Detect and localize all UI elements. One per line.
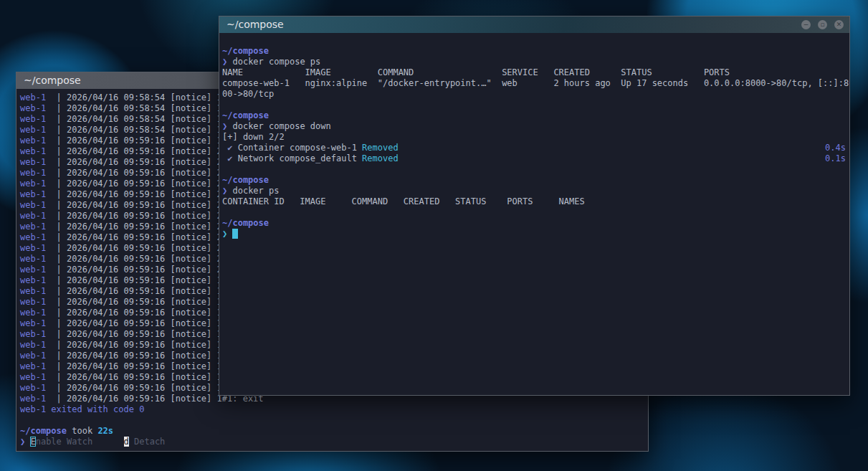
terminal-line: ❯ — [222, 229, 849, 239]
minimize-icon[interactable]: − — [801, 20, 811, 29]
terminal-line: CONTAINER ID IMAGE COMMAND CREATED STATU… — [222, 196, 849, 207]
close-icon[interactable]: ✕ — [834, 20, 844, 29]
terminal-line: compose-web-1 nginx:alpine "/docker-entr… — [222, 78, 849, 89]
front-terminal-content[interactable]: ~/compose❯ docker compose psNAME IMAGE C… — [219, 33, 849, 395]
terminal-line: ✔ Container compose-web-1 Removed0.4s — [222, 143, 849, 153]
terminal-line: ❯ Enable Watch d Detach — [20, 437, 648, 447]
terminal-line: [+] down 2/2 — [222, 132, 849, 143]
terminal-line: web-1 exited with code 0 — [20, 404, 648, 415]
terminal-line: ❯ docker ps — [222, 186, 849, 196]
maximize-icon[interactable]: ▫ — [818, 20, 827, 29]
terminal-line: ❯ docker compose down — [222, 121, 849, 132]
front-window-title: ~/compose — [226, 16, 284, 33]
terminal-line: ~/compose took 22s — [20, 426, 648, 437]
terminal-line: ~/compose — [222, 110, 849, 121]
terminal-line — [222, 35, 849, 46]
terminal-line — [222, 164, 849, 175]
terminal-line: ❯ docker compose ps — [222, 57, 849, 67]
terminal-line — [222, 207, 849, 218]
window-controls: − ▫ ✕ — [801, 20, 844, 29]
terminal-line: ~/compose — [222, 46, 849, 57]
terminal-window-front: ~/compose − ▫ ✕ ~/compose❯ docker compos… — [219, 16, 850, 396]
desktop-background: ~/compose web-1 | 2026/04/16 09:58:54 [n… — [0, 0, 868, 471]
terminal-line: ✔ Network compose_default Removed0.1s — [222, 153, 849, 164]
terminal-line: 00->80/tcp — [222, 89, 849, 100]
terminal-line: ~/compose — [222, 218, 849, 229]
terminal-line: ~/compose — [222, 175, 849, 186]
terminal-line: NAME IMAGE COMMAND SERVICE CREATED STATU… — [222, 67, 849, 78]
back-window-title: ~/compose — [24, 72, 81, 89]
front-window-titlebar[interactable]: ~/compose − ▫ ✕ — [219, 16, 849, 33]
terminal-line — [222, 100, 849, 110]
terminal-line — [20, 415, 648, 426]
